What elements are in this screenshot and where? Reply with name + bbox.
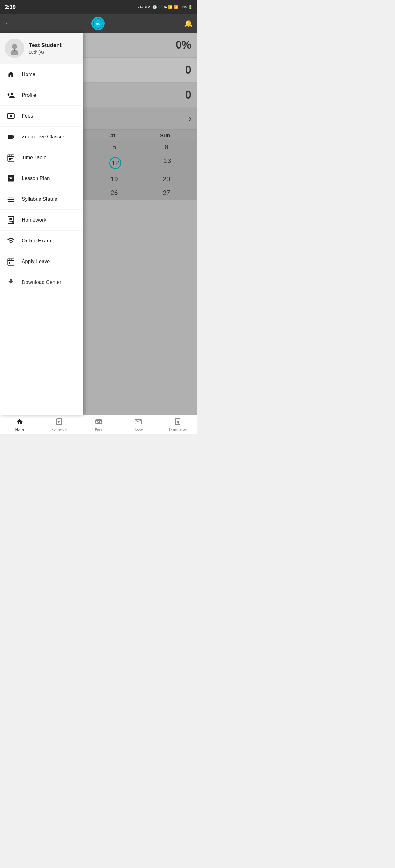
battery-icon: 🔋 (188, 5, 193, 9)
stat-count1: 0 (185, 64, 191, 76)
user-name: Test Student (29, 42, 79, 49)
sidebar-label-applyleave: Apply Leave (22, 258, 50, 265)
nav-homework-label: Homework (51, 428, 67, 431)
sidebar-label-zoom: Zoom Live Classes (22, 134, 65, 140)
signal-icon: 📶 (174, 5, 178, 9)
nav-exam-icon: A+ (174, 418, 181, 427)
sidebar-label-home: Home (22, 71, 35, 78)
sidebar-label-onlineexam: Online Exam (22, 238, 51, 244)
notification-button[interactable]: 🔔 (185, 20, 193, 27)
onlineexam-icon (6, 236, 16, 246)
sidebar-label-homework: Homework (22, 217, 46, 223)
wifi-icon: 📶 (168, 5, 173, 9)
sidebar-item-profile[interactable]: Profile (0, 85, 83, 106)
svg-text:A+: A+ (178, 422, 181, 424)
status-bar: 2:39 2.62 KB/S 🕐 📱 ⊕ 📶 📶 81% 🔋 (0, 0, 197, 14)
timetable-icon (6, 153, 16, 162)
sidebar-item-onlineexam[interactable]: Online Exam (0, 230, 83, 251)
location-icon: ⊕ (164, 5, 167, 9)
status-time: 2:39 (5, 4, 16, 10)
cal-date-highlighted: 12 (109, 157, 121, 169)
sidebar-item-lessonplan[interactable]: Lesson Plan (0, 168, 83, 189)
sidebar-label-lessonplan: Lesson Plan (22, 176, 50, 181)
download-icon (6, 278, 16, 287)
background-content: 0% 0 0 › at Sun 5 6 12 13 (83, 33, 197, 415)
zoom-icon (6, 132, 16, 142)
back-button[interactable]: ← (5, 20, 11, 27)
sidebar-label-profile: Profile (22, 92, 36, 98)
svg-text:3: 3 (7, 199, 9, 202)
svg-text:ne: ne (95, 21, 101, 26)
nav-homework-icon (56, 418, 63, 427)
status-icons: 2.62 KB/S 🕐 📱 ⊕ 📶 📶 81% 🔋 (138, 5, 193, 9)
user-class: 10th (A) (29, 50, 79, 55)
sidebar-item-syllabus[interactable]: 123 Syllabus Status (0, 189, 83, 210)
sidebar-item-zoom[interactable]: Zoom Live Classes (0, 127, 83, 147)
speed-indicator: 2.62 KB/S (138, 5, 151, 9)
cal-date: 13 (164, 157, 171, 169)
navigation-drawer: Test Student 10th (A) Home Profile (0, 33, 83, 415)
cal-date: 6 (165, 143, 168, 151)
cal-date: 5 (112, 143, 116, 151)
arrow-right-icon: › (189, 114, 191, 123)
svg-rect-27 (8, 259, 14, 265)
cal-day-sun: Sun (160, 133, 170, 139)
drawer-header: Test Student 10th (A) (0, 33, 83, 64)
syllabus-icon: 123 (6, 194, 16, 204)
nav-fees-label: Fees (95, 428, 102, 431)
bottom-navigation: Home Homework Fees Notice A+ Examination (0, 415, 197, 434)
nav-notice-label: Notice (133, 428, 143, 431)
sidebar-label-timetable: Time Table (22, 155, 47, 161)
nav-item-home[interactable]: Home (0, 415, 39, 434)
avatar (5, 38, 24, 58)
applyleave-icon (6, 257, 16, 267)
sidebar-item-home[interactable]: Home (0, 64, 83, 85)
nav-item-examination[interactable]: A+ Examination (158, 415, 197, 434)
nav-fees-icon (95, 418, 102, 427)
sidebar-item-download[interactable]: Download Center (0, 272, 83, 293)
profile-icon (6, 90, 16, 100)
nav-item-homework[interactable]: Homework (39, 415, 79, 434)
alarm-icon: 🕐 (152, 5, 157, 9)
sidebar-label-fees: Fees (22, 113, 33, 119)
phone-icon: 📱 (158, 5, 163, 9)
user-info: Test Student 10th (A) (29, 42, 79, 55)
sidebar-item-homework[interactable]: Homework (0, 210, 83, 230)
stat-count2: 0 (185, 89, 191, 101)
homework-icon (6, 215, 16, 225)
battery-text: 81% (179, 5, 187, 9)
sidebar-label-download: Download Center (22, 279, 61, 285)
svg-rect-37 (96, 420, 102, 424)
lessonplan-icon (6, 174, 16, 183)
nav-exam-label: Examination (168, 428, 187, 431)
app-logo: ne (91, 17, 105, 30)
home-icon (6, 70, 16, 79)
nav-home-icon (16, 418, 23, 427)
sidebar-label-syllabus: Syllabus Status (22, 196, 57, 202)
nav-home-label: Home (16, 428, 24, 431)
cal-date: 27 (163, 189, 170, 197)
menu-list: Home Profile Fees Zoom (0, 64, 83, 415)
nav-notice-icon (135, 418, 142, 427)
sidebar-item-fees[interactable]: Fees (0, 106, 83, 127)
cal-day-sat: at (110, 133, 115, 139)
main-content: Test Student 10th (A) Home Profile (0, 33, 197, 415)
stat-percentage: 0% (176, 38, 191, 51)
nav-item-fees[interactable]: Fees (79, 415, 119, 434)
fees-icon (6, 111, 16, 121)
sidebar-item-timetable[interactable]: Time Table (0, 147, 83, 168)
app-bar: ← ne 🔔 (0, 14, 197, 33)
svg-point-3 (12, 44, 17, 49)
cal-date: 26 (110, 189, 118, 197)
cal-date: 20 (163, 175, 170, 183)
nav-item-notice[interactable]: Notice (118, 415, 158, 434)
cal-date: 19 (110, 175, 118, 183)
sidebar-item-applyleave[interactable]: Apply Leave (0, 251, 83, 272)
